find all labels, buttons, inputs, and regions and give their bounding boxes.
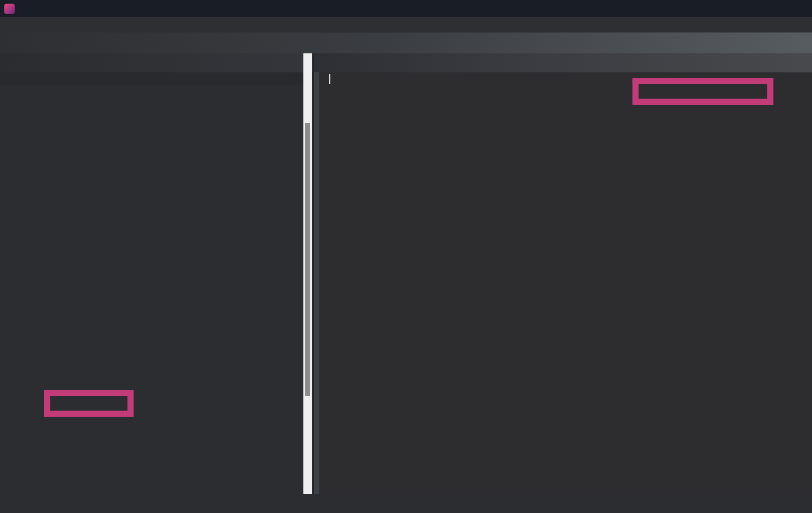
title-bar	[0, 0, 812, 17]
app-logo-icon	[4, 4, 15, 14]
panel-toolbar	[0, 72, 313, 85]
editor-area	[314, 53, 812, 494]
text-cursor	[329, 74, 330, 84]
left-panel	[0, 53, 313, 494]
main-toolbar	[0, 32, 812, 53]
panel-scrollbar-thumb[interactable]	[305, 123, 310, 396]
model-explorer-tree	[0, 85, 313, 494]
editor-annotation-ruler	[314, 72, 319, 494]
code-editor[interactable]	[319, 72, 812, 494]
menu-bar	[0, 17, 812, 32]
panel-tab-bar	[0, 53, 313, 72]
editor-tab-bar	[314, 53, 812, 72]
panel-scrollbar[interactable]	[303, 53, 312, 494]
